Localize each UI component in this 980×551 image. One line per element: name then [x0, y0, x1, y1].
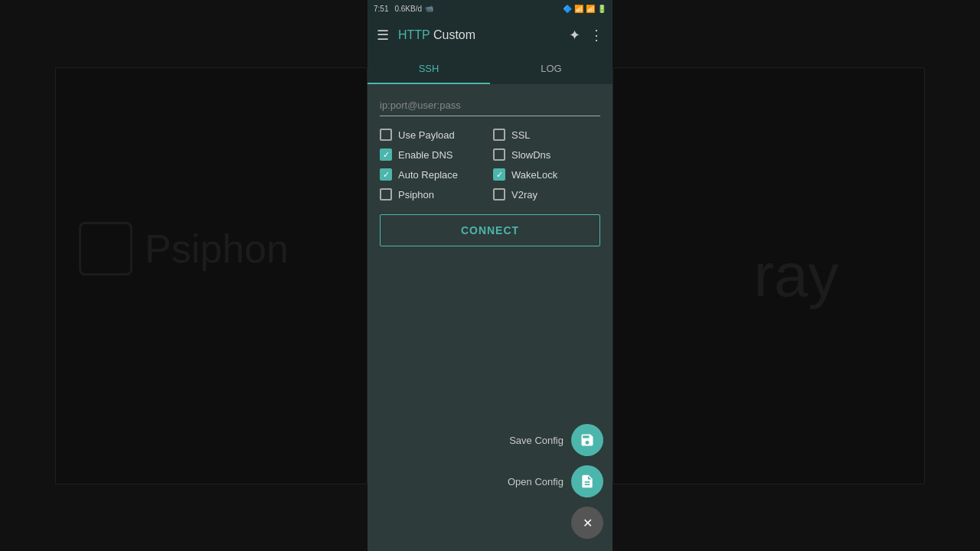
- checkbox-v2ray-box: [493, 188, 505, 201]
- more-icon[interactable]: ⋮: [590, 27, 603, 44]
- star-icon[interactable]: ✦: [569, 27, 580, 44]
- wifi-icon: 📶: [574, 5, 583, 13]
- checkbox-slowdns-label: SlowDns: [511, 149, 550, 161]
- menu-icon[interactable]: ☰: [377, 27, 389, 44]
- checkbox-slowdns[interactable]: SlowDns: [493, 148, 600, 161]
- expanded-left-panel: [55, 67, 368, 484]
- fab-container: Save Config Open Config ✕: [508, 424, 603, 539]
- checkbox-auto-replace-box: [380, 168, 392, 181]
- connect-button[interactable]: CONNECT: [380, 214, 600, 246]
- phone-frame: 7:51 0.6KB/d 📹 🔷 📶 📶 🔋 ☰ HTTP Custom ✦ ⋮…: [368, 0, 612, 551]
- checkbox-v2ray[interactable]: V2ray: [493, 188, 600, 201]
- checkbox-ssl-box: [493, 129, 505, 141]
- checkbox-slowdns-box: [493, 148, 505, 161]
- checkbox-v2ray-label: V2ray: [511, 189, 537, 201]
- save-config-label: Save Config: [509, 435, 564, 446]
- checkbox-wakelock-box: [493, 168, 505, 181]
- status-speed: 0.6KB/d: [394, 5, 422, 13]
- tab-ssh[interactable]: SSH: [368, 54, 490, 84]
- server-input[interactable]: [380, 96, 600, 116]
- checkbox-wakelock-label: WakeLock: [511, 169, 557, 181]
- checkbox-auto-replace-label: Auto Replace: [398, 169, 458, 181]
- checkbox-use-payload-label: Use Payload: [398, 129, 455, 141]
- close-icon: ✕: [583, 516, 593, 530]
- status-time: 7:51: [374, 5, 388, 13]
- open-config-item: Open Config: [508, 465, 603, 497]
- checkbox-psiphon[interactable]: Psiphon: [380, 188, 487, 201]
- checkbox-enable-dns-label: Enable DNS: [398, 149, 453, 161]
- fab-close-button[interactable]: ✕: [571, 507, 603, 539]
- checkbox-enable-dns-box: [380, 148, 392, 161]
- checkbox-psiphon-label: Psiphon: [398, 189, 434, 201]
- expanded-right-panel: [612, 67, 925, 484]
- content-area: Use Payload SSL Enable DNS SlowDns Auto …: [368, 84, 612, 551]
- tab-log[interactable]: LOG: [490, 54, 612, 84]
- checkbox-enable-dns[interactable]: Enable DNS: [380, 148, 487, 161]
- video-icon: 📹: [425, 5, 433, 12]
- checkbox-use-payload[interactable]: Use Payload: [380, 129, 487, 141]
- open-config-label: Open Config: [508, 476, 564, 487]
- checkbox-ssl[interactable]: SSL: [493, 129, 600, 141]
- checkbox-use-payload-box: [380, 129, 392, 141]
- app-bar: ☰ HTTP Custom ✦ ⋮: [368, 17, 612, 54]
- checkbox-psiphon-box: [380, 188, 392, 201]
- save-icon: [580, 432, 595, 448]
- checkbox-ssl-label: SSL: [511, 129, 531, 141]
- app-title-http: HTTP: [398, 28, 430, 41]
- app-title-custom: Custom: [430, 28, 475, 41]
- open-icon: [580, 474, 595, 489]
- save-config-button[interactable]: [571, 424, 603, 456]
- checkbox-wakelock[interactable]: WakeLock: [493, 168, 600, 181]
- open-config-button[interactable]: [571, 465, 603, 497]
- status-bar: 7:51 0.6KB/d 📹 🔷 📶 📶 🔋: [368, 0, 612, 17]
- bluetooth-icon: 🔷: [563, 5, 572, 13]
- server-input-section: [380, 96, 600, 116]
- checkbox-auto-replace[interactable]: Auto Replace: [380, 168, 487, 181]
- battery-icon: 🔋: [597, 5, 606, 13]
- checkboxes-grid: Use Payload SSL Enable DNS SlowDns Auto …: [380, 129, 600, 201]
- signal-icon: 📶: [586, 5, 595, 13]
- tabs-bar: SSH LOG: [368, 54, 612, 84]
- save-config-item: Save Config: [509, 424, 603, 456]
